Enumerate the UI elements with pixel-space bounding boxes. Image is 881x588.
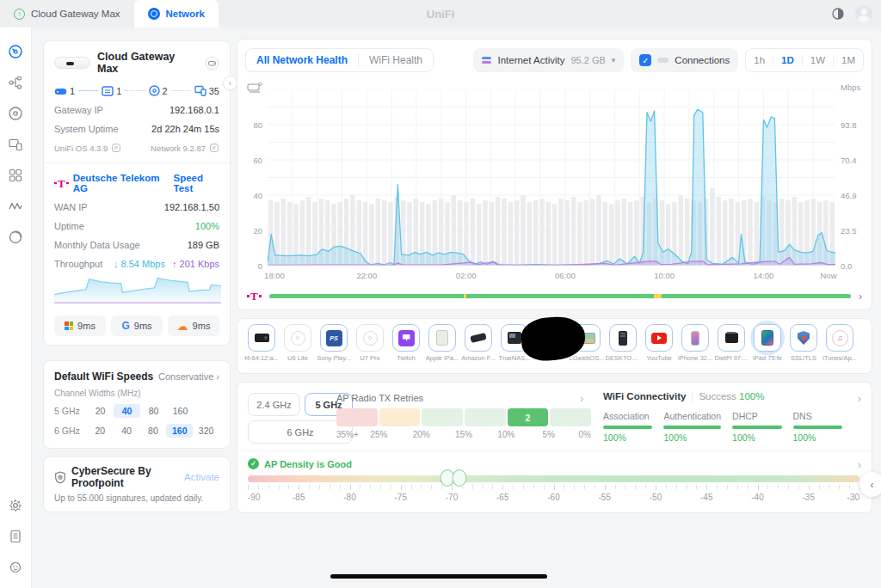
- channel-width-option-80[interactable]: 80: [139, 424, 166, 438]
- range-1h[interactable]: 1h: [746, 55, 773, 65]
- top-clients-row: f4:64:12:a...U6 LitePSSony Play...U7 Pro…: [237, 318, 872, 374]
- client-youtube[interactable]: YouTube: [641, 324, 677, 368]
- device-label: DESKTOP-...: [606, 354, 641, 362]
- range-1D[interactable]: 1D: [773, 55, 802, 65]
- channel-width-option-160[interactable]: 160: [167, 404, 194, 418]
- speed-test-link[interactable]: Speed Test: [174, 173, 220, 193]
- density-tick: [635, 485, 636, 489]
- ap-density-marker[interactable]: [453, 469, 467, 487]
- range-1W[interactable]: 1W: [803, 55, 833, 65]
- support-icon: [8, 560, 23, 575]
- density-tick: [564, 485, 564, 489]
- connections-toggle[interactable]: ✓ Connections: [631, 48, 738, 72]
- sidebar-item-applications[interactable]: [0, 160, 31, 191]
- ap-count: 2: [163, 86, 168, 96]
- cloudflare-logo: ☁: [177, 321, 188, 332]
- gateway-badge-icon[interactable]: [205, 56, 219, 70]
- outage-marker: [654, 294, 662, 298]
- sidebar-item-topology[interactable]: [0, 67, 31, 98]
- selected-highlight: [750, 321, 785, 355]
- density-tick: [248, 485, 249, 490]
- band-button-2-4-ghz[interactable]: 2.4 GHz: [248, 393, 300, 416]
- sidebar-item-support[interactable]: [0, 552, 31, 583]
- client-itunes[interactable]: ♫iTunes/Ap...: [822, 324, 858, 368]
- ap-density-status: ✓ AP Density is Good: [248, 458, 352, 469]
- client-iphone[interactable]: iPhone 32...: [677, 324, 713, 368]
- wifi-speeds-mode[interactable]: Conservative ›: [158, 371, 219, 382]
- chevron-right-icon[interactable]: ›: [858, 458, 861, 471]
- sidebar-item-radios[interactable]: [0, 191, 31, 222]
- tx-retries-segment: [422, 408, 463, 426]
- shield-icon: [54, 471, 66, 484]
- range-1M[interactable]: 1M: [834, 55, 863, 65]
- channel-width-option-40[interactable]: 40: [114, 424, 140, 438]
- y-axis-left-label: 0: [245, 261, 262, 271]
- client-playstation[interactable]: PSSony Play...: [316, 324, 352, 368]
- client-access-point[interactable]: U6 Lite: [280, 324, 316, 368]
- wifi-speeds-card: Default WiFi Speeds Conservative › Chann…: [43, 360, 231, 449]
- client-ssl-shield[interactable]: SSL/TLS: [786, 324, 822, 368]
- client-camera[interactable]: f4:64:12:a...: [243, 324, 280, 368]
- activate-button[interactable]: Activate: [184, 472, 219, 482]
- sidebar-item-dashboard[interactable]: [0, 36, 31, 67]
- internet-activity-selector[interactable]: Internet Activity 95.2 GB ▾: [473, 48, 624, 72]
- x-axis-label: 10:00: [654, 271, 675, 280]
- client-access-point[interactable]: U7 Pro: [352, 324, 388, 368]
- channel-width-option-80[interactable]: 80: [140, 404, 167, 418]
- tab-all-network-health[interactable]: All Network Health: [246, 54, 358, 66]
- client-streaming-stick[interactable]: Amazon F...: [460, 324, 496, 368]
- release-notes-icon[interactable]: [111, 143, 121, 153]
- release-notes-icon[interactable]: [209, 143, 219, 153]
- scroll-left-button[interactable]: ‹: [859, 472, 881, 497]
- density-scale-label: -50: [650, 493, 662, 502]
- density-tick: [727, 485, 728, 489]
- channel-width-option-160[interactable]: 160: [166, 424, 193, 438]
- chevron-right-icon[interactable]: ›: [858, 392, 861, 405]
- cybersecure-subtitle: Up to 55.000 signatures, updated daily.: [54, 493, 219, 503]
- download-throughput: ↓ 8.54 Mbps: [114, 259, 165, 269]
- ap-density-slider[interactable]: [248, 475, 859, 482]
- user-avatar[interactable]: [855, 5, 872, 22]
- channel-widths-subtitle: Channel Widths (MHz): [54, 389, 219, 398]
- sidebar-item-settings[interactable]: [0, 490, 31, 521]
- device-itunes-icon: ♫: [826, 324, 853, 352]
- density-scale-label: -70: [446, 493, 458, 502]
- tab-network[interactable]: Network: [134, 0, 219, 28]
- channel-width-option-320[interactable]: 320: [193, 424, 219, 438]
- sidebar-item-unifi-devices[interactable]: [0, 98, 31, 129]
- sidebar-item-security[interactable]: [0, 222, 31, 253]
- density-tick: [615, 485, 616, 489]
- density-scale-label: -45: [700, 493, 712, 502]
- tab-cloud-gateway-max-label: Cloud Gateway Max: [31, 9, 120, 19]
- connections-checkbox[interactable]: ✓: [639, 54, 651, 66]
- density-tick: [391, 485, 391, 489]
- channel-width-option-20[interactable]: 20: [87, 424, 114, 438]
- device-label: iTunes/Ap...: [822, 354, 857, 362]
- health-tabs: All Network Health WiFi Health: [245, 48, 434, 72]
- microsoft-logo: [65, 322, 73, 330]
- collapse-panel-button[interactable]: ‹: [223, 76, 237, 90]
- theme-toggle-icon[interactable]: [831, 7, 845, 21]
- client-desktop-tower[interactable]: DESKTOP-...: [605, 324, 641, 368]
- wifi-speeds-title: Default WiFi Speeds: [54, 371, 153, 383]
- sidebar-item-clients[interactable]: [0, 129, 31, 160]
- density-scale-label: -30: [847, 493, 859, 502]
- isp-uptime-bar[interactable]: [269, 294, 851, 298]
- channel-width-option-20[interactable]: 20: [87, 404, 114, 418]
- security-icon: [8, 230, 23, 245]
- client-twitch[interactable]: Twitch: [388, 324, 424, 368]
- channel-width-option-40[interactable]: 40: [114, 404, 140, 418]
- sidebar: [0, 28, 32, 588]
- client-sbc-board[interactable]: DietPi 97:...: [713, 324, 749, 368]
- chevron-right-icon[interactable]: ›: [859, 290, 862, 303]
- metric-bar: [793, 426, 842, 429]
- switch-count: 1: [116, 86, 121, 96]
- tab-wifi-health[interactable]: WiFi Health: [359, 54, 433, 66]
- tab-cloud-gateway-max[interactable]: ↑ Cloud Gateway Max: [0, 0, 134, 28]
- sidebar-item-system-log[interactable]: [0, 521, 31, 552]
- chevron-right-icon[interactable]: ›: [580, 392, 583, 405]
- topology-summary[interactable]: 1 1 2 35: [54, 85, 219, 96]
- y-axis-right-label: 46.9: [841, 191, 857, 200]
- client-ipad[interactable]: Apple iPa...: [424, 324, 460, 368]
- client-ipad-color[interactable]: iPad 75:fe: [749, 324, 786, 368]
